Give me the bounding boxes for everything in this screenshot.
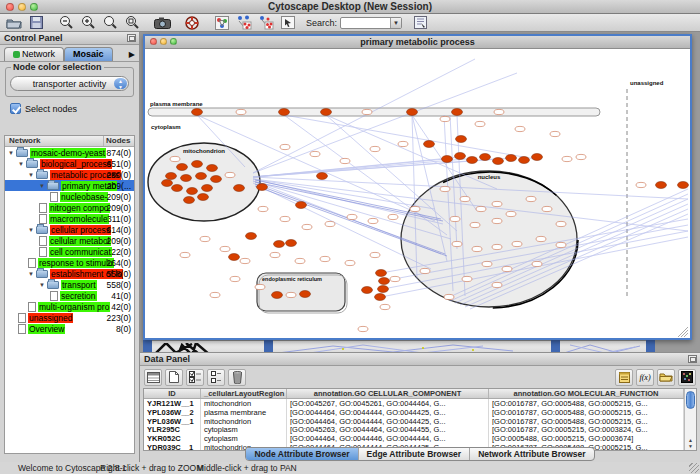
tree-item-response-to-stimulus[interactable]: response to stimulu264(0) [5, 257, 134, 268]
folder-icon [47, 281, 59, 289]
tree-item-primary-metabolic[interactable]: ▼primary metab209(... [5, 180, 134, 191]
leaf-icon [50, 192, 58, 202]
tree-item-unassigned[interactable]: unassigned223(0) [5, 312, 134, 323]
tab-network-attribute-browser[interactable]: Network Attribute Browser [470, 448, 593, 460]
zoom-out-icon[interactable] [56, 15, 76, 31]
folder-icon [36, 171, 48, 179]
select-attributes-icon[interactable] [186, 369, 204, 386]
network-window-titlebar[interactable]: primary metabolic process [145, 36, 690, 49]
attribute-matrix-icon[interactable] [678, 369, 696, 386]
control-panel-title: Control Panel [4, 33, 63, 43]
leaf-icon [39, 214, 47, 224]
dropdown-stepper-icon: ▲▼ [114, 78, 127, 89]
region-label-cytoplasm: cytoplasm [151, 124, 181, 130]
background-window-overview[interactable] [152, 340, 264, 352]
float-panel-icon[interactable] [127, 34, 136, 42]
tree-item-transport[interactable]: ▼transport558(0) [5, 279, 134, 290]
svg-text:endoplasmic reticulum: endoplasmic reticulum [262, 276, 322, 282]
table-row[interactable]: YLR295Ccytoplasm[GO:0045263, GO:0044464,… [144, 425, 684, 434]
zoom-in-icon[interactable] [78, 15, 98, 31]
tab-edge-attribute-browser[interactable]: Edge Attribute Browser [359, 448, 471, 460]
tree-item-secretion[interactable]: secretion41(0) [5, 290, 134, 301]
tree-item-biological-process[interactable]: ▼biological_process651(0) [5, 158, 134, 169]
tree-item-multi-organism-process[interactable]: multi-organism pro42(0) [5, 301, 134, 312]
tree-item-overview[interactable]: Overview8(0) [5, 323, 134, 334]
network-tab-icon [13, 51, 20, 58]
folder-icon [36, 270, 48, 278]
control-panel-tabs: Network Mosaic ▶ [0, 45, 139, 62]
search-options-icon[interactable] [410, 15, 430, 31]
table-row[interactable]: YPL036W__1mitochondrion[GO:0044464, GO:0… [144, 417, 684, 426]
control-panel: Control Panel Network Mosaic ▶ Node colo… [0, 32, 140, 462]
window-resize-grip[interactable] [689, 463, 699, 473]
node-color-selection-label: Node color selection [11, 62, 104, 72]
col-header-region[interactable]: _cellularLayoutRegion [201, 389, 287, 398]
network-canvas[interactable]: plasma membrane cytoplasm mitochondrion … [145, 49, 690, 338]
window-titlebar[interactable]: Cytoscape Desktop (New Session) [0, 0, 700, 14]
col-header-cellular-component[interactable]: annotation.GO CELLULAR_COMPONENT [287, 389, 489, 398]
tab-mosaic[interactable]: Mosaic [64, 47, 113, 61]
float-panel-icon[interactable] [688, 355, 697, 363]
tree-item-nucleobase[interactable]: nucleobase-209(0) [5, 191, 134, 202]
folder-icon [36, 226, 48, 234]
leaf-icon [50, 291, 58, 301]
vizmapper-icon[interactable] [212, 15, 232, 31]
folder-icon [47, 182, 59, 190]
snapshot-camera-icon[interactable] [152, 15, 172, 31]
unselect-attributes-icon[interactable] [207, 369, 225, 386]
zoom-selected-icon[interactable] [122, 15, 142, 31]
attribute-editor-icon[interactable] [615, 369, 633, 386]
attribute-table: ID _cellularLayoutRegion annotation.GO C… [143, 388, 697, 451]
save-icon[interactable] [26, 15, 46, 31]
tab-network[interactable]: Network [4, 47, 64, 61]
layout-nodes-b-icon[interactable] [256, 15, 276, 31]
col-header-id[interactable]: ID [144, 389, 201, 398]
search-input[interactable]: ▼ [340, 17, 402, 29]
col-header-molecular-function[interactable]: annotation.GO MOLECULAR_FUNCTION [489, 389, 684, 398]
search-dropdown-arrow[interactable]: ▼ [390, 18, 401, 28]
table-row[interactable]: YJR121W__1mitochondrion[GO:0045267, GO:0… [144, 399, 684, 408]
import-attributes-icon[interactable] [657, 369, 675, 386]
node-color-dropdown[interactable]: transporter activity ▲▼ [10, 76, 129, 91]
tree-item-mosaic-demo-yeast[interactable]: ▼mosaic-demo-yeast874(0) [5, 147, 134, 158]
folder-icon [16, 149, 28, 157]
status-bar: Welcome to Cytoscape 2.8.1 Right-click +… [0, 462, 700, 474]
network-view-window[interactable]: primary metabolic process plasma membran… [143, 34, 692, 340]
folder-icon [26, 160, 38, 168]
delete-attribute-icon[interactable] [228, 369, 246, 386]
tree-item-metabolic-process[interactable]: ▼metabolic process280(0) [5, 169, 134, 180]
cytoscape-desktop: Cytoscape Desktop (New Session) [0, 0, 700, 474]
tree-header-network: Network [5, 136, 104, 146]
svg-text:nucleus: nucleus [478, 174, 501, 180]
tree-item-nitrogen-compound[interactable]: nitrogen compo209(0) [5, 202, 134, 213]
table-row[interactable]: YKR052Ccytoplasm[GO:0044464, GO:0044446,… [144, 434, 684, 443]
svg-text:mitochondrion: mitochondrion [183, 148, 225, 154]
tree-item-macromolecule[interactable]: macromolecule311(0) [5, 213, 134, 224]
table-scrollbar[interactable]: ▲▼ [684, 389, 696, 450]
region-unassigned: unassigned [627, 80, 664, 299]
canvas-resize-grip[interactable] [678, 327, 688, 337]
background-window-3[interactable] [560, 340, 646, 352]
tree-item-cellular-metabolic[interactable]: cellular metabol209(0) [5, 235, 134, 246]
attribute-browser-tabs: Node Attribute Browser Edge Attribute Br… [245, 447, 594, 461]
zoom-fit-icon[interactable] [100, 15, 120, 31]
tree-item-cell-communication[interactable]: cell communicat22(0) [5, 246, 134, 257]
attribute-table-icon[interactable] [144, 369, 162, 386]
layout-nodes-a-icon[interactable] [234, 15, 254, 31]
tabs-overflow-arrow[interactable]: ▶ [129, 50, 137, 61]
open-folder-icon[interactable] [4, 15, 24, 31]
table-row[interactable]: YPL036W__2plasma membrane[GO:0044464, GO… [144, 408, 684, 417]
select-nodes-checkbox[interactable] [10, 103, 21, 114]
tree-item-cellular-process[interactable]: ▼cellular process614(0) [5, 224, 134, 235]
annotation-icon[interactable] [278, 15, 298, 31]
region-plasma-membrane[interactable]: plasma membrane [148, 101, 600, 116]
scrollbar-thumb[interactable] [686, 391, 695, 409]
background-window-2[interactable] [273, 340, 551, 352]
function-builder-icon[interactable]: f(x) [636, 369, 654, 386]
help-lifesaver-icon[interactable] [182, 15, 202, 31]
new-attribute-icon[interactable] [165, 369, 183, 386]
tab-node-attribute-browser[interactable]: Node Attribute Browser [246, 448, 358, 460]
window-title: Cytoscape Desktop (New Session) [0, 1, 700, 12]
tree-item-establishment-of-localization[interactable]: ▼establishment of lo558(0) [5, 268, 134, 279]
svg-text:unassigned: unassigned [630, 80, 664, 86]
